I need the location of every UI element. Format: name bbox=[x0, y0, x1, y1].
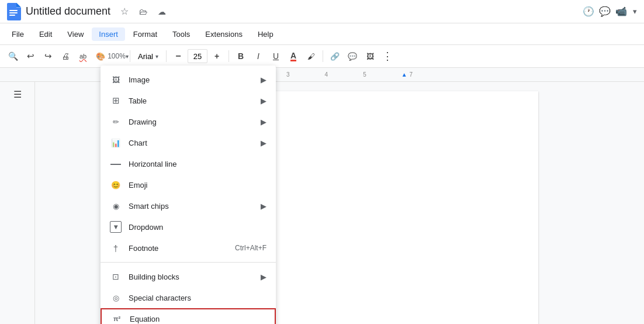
menu-insert[interactable]: Insert bbox=[92, 27, 125, 41]
video-icon: 📹 bbox=[615, 6, 627, 17]
building-blocks-menu-label: Building blocks bbox=[129, 273, 261, 281]
zoom-chevron-icon: ▾ bbox=[126, 53, 129, 60]
print-icon: 🖨 bbox=[61, 51, 70, 61]
smart-chips-arrow-icon: ▶ bbox=[261, 202, 266, 211]
emoji-menu-label: Emoji bbox=[129, 181, 266, 189]
underline-button[interactable]: U bbox=[268, 48, 284, 64]
menu-tools[interactable]: Tools bbox=[165, 27, 197, 41]
more-options-button[interactable]: ⋮ bbox=[379, 48, 396, 64]
print-button[interactable]: 🖨 bbox=[57, 48, 74, 64]
document-title[interactable]: Untitled document bbox=[26, 5, 110, 18]
highlight-button[interactable]: 🖌 bbox=[303, 48, 319, 64]
menu-help[interactable]: Help bbox=[251, 27, 281, 41]
cloud-button[interactable]: ☁ bbox=[155, 5, 169, 19]
insert-building-blocks-item[interactable]: Building blocks ▶ bbox=[101, 266, 276, 287]
bold-icon: B bbox=[238, 51, 244, 61]
insert-table-item[interactable]: Table ▶ bbox=[101, 90, 276, 111]
menu-format[interactable]: Format bbox=[126, 27, 164, 41]
sidebar: ☰ bbox=[0, 82, 35, 324]
spellcheck-button[interactable]: ab bbox=[75, 48, 91, 64]
special-chars-menu-icon bbox=[110, 292, 122, 304]
main-area: ☰ bbox=[0, 82, 644, 324]
insert-emoji-item[interactable]: Emoji bbox=[101, 174, 276, 195]
insert-footnote-item[interactable]: Footnote Ctrl+Alt+F bbox=[101, 237, 276, 258]
insert-horizontal-line-item[interactable]: — Horizontal line bbox=[101, 153, 276, 174]
font-size-decrease-button[interactable]: − bbox=[170, 48, 186, 64]
comment-toolbar-button[interactable]: 💬 bbox=[344, 48, 361, 64]
insert-dropdown-item[interactable]: ▾ Dropdown bbox=[101, 216, 276, 237]
chart-menu-label: Chart bbox=[129, 139, 261, 147]
ruler: 3 4 5 ▲ 7 bbox=[0, 68, 644, 82]
search-toolbar-button[interactable]: 🔍 bbox=[5, 48, 21, 64]
app-logo bbox=[7, 3, 21, 20]
ruler-content: 3 4 5 ▲ 7 bbox=[286, 71, 448, 78]
menu-file[interactable]: File bbox=[5, 27, 31, 41]
menu-bar: File Edit View Insert Format Tools Exten… bbox=[0, 23, 644, 44]
folder-button[interactable]: 🗁 bbox=[136, 5, 150, 19]
table-menu-icon bbox=[110, 95, 122, 106]
font-family-selector[interactable]: Arial ▾ bbox=[134, 50, 162, 63]
more-icon: ⋮ bbox=[382, 50, 393, 63]
drawing-menu-label: Drawing bbox=[129, 118, 261, 126]
highlight-icon: 🖌 bbox=[307, 52, 315, 61]
insert-special-chars-item[interactable]: Special characters bbox=[101, 287, 276, 308]
dropdown-menu-icon: ▾ bbox=[110, 221, 122, 233]
drawing-arrow-icon: ▶ bbox=[261, 118, 266, 126]
font-size-increase-button[interactable]: + bbox=[209, 48, 225, 64]
image-arrow-icon: ▶ bbox=[261, 75, 266, 84]
image-menu-icon bbox=[110, 74, 122, 85]
font-family-label: Arial bbox=[138, 52, 153, 61]
smart-chips-menu-label: Smart chips bbox=[129, 202, 261, 211]
bold-button[interactable]: B bbox=[233, 48, 249, 64]
star-button[interactable]: ☆ bbox=[117, 5, 131, 19]
table-arrow-icon: ▶ bbox=[261, 96, 266, 105]
font-size-input[interactable]: 25 bbox=[188, 49, 207, 63]
plus-icon: + bbox=[214, 51, 219, 61]
italic-icon: I bbox=[257, 51, 259, 61]
link-button[interactable]: 🔗 bbox=[327, 48, 343, 64]
redo-icon: ↪ bbox=[44, 51, 52, 61]
ruler-indicator: ▲ bbox=[401, 71, 407, 78]
font-family-chevron-icon: ▾ bbox=[155, 53, 158, 60]
text-color-button[interactable]: A bbox=[285, 48, 302, 64]
history-button[interactable]: 🕐 bbox=[581, 5, 595, 19]
toolbar-divider-1 bbox=[130, 50, 130, 62]
undo-button[interactable]: ↩ bbox=[22, 48, 39, 64]
insert-image-button[interactable]: 🖼 bbox=[362, 48, 378, 64]
title-actions: ☆ 🗁 ☁ bbox=[117, 5, 169, 19]
redo-button[interactable]: ↪ bbox=[40, 48, 56, 64]
toolbar-divider-4 bbox=[323, 50, 323, 62]
comment-icon: 💬 bbox=[599, 6, 611, 17]
title-bar: Untitled document ☆ 🗁 ☁ 🕐 💬 📹 ▾ bbox=[0, 0, 644, 23]
toolbar: 🔍 ↩ ↪ 🖨 ab 🎨 100% ▾ Arial ▾ − 25 + B I bbox=[0, 44, 644, 68]
folder-icon: 🗁 bbox=[139, 7, 147, 16]
menu-view[interactable]: View bbox=[60, 27, 91, 41]
insert-smart-chips-item[interactable]: Smart chips ▶ bbox=[101, 195, 276, 216]
italic-button[interactable]: I bbox=[250, 48, 266, 64]
special-chars-menu-label: Special characters bbox=[129, 294, 266, 302]
insert-chart-item[interactable]: Chart ▶ bbox=[101, 132, 276, 153]
menu-edit[interactable]: Edit bbox=[32, 27, 59, 41]
undo-icon: ↩ bbox=[27, 51, 34, 61]
dropdown-menu-label: Dropdown bbox=[129, 223, 266, 232]
video-button[interactable]: 📹 bbox=[614, 5, 628, 19]
insert-image-item[interactable]: Image ▶ bbox=[101, 69, 276, 90]
comment-tb-icon: 💬 bbox=[348, 52, 357, 61]
search-icon: 🔍 bbox=[8, 51, 18, 61]
menu-extensions[interactable]: Extensions bbox=[198, 27, 250, 41]
history-icon: 🕐 bbox=[583, 6, 594, 17]
ruler-mark-3: 3 bbox=[286, 71, 290, 78]
font-size-control: − 25 + bbox=[170, 48, 225, 64]
insert-equation-item[interactable]: π² Equation bbox=[101, 308, 276, 324]
ruler-mark-4: 4 bbox=[325, 71, 328, 78]
comment-button[interactable]: 💬 bbox=[598, 5, 612, 19]
insert-drawing-item[interactable]: Drawing ▶ bbox=[101, 111, 276, 132]
insert-dropdown-menu: Image ▶ Table ▶ Drawing ▶ Chart ▶ — Hori… bbox=[101, 66, 276, 324]
horizontal-line-menu-label: Horizontal line bbox=[129, 160, 266, 168]
paint-format-button[interactable]: 🎨 bbox=[92, 48, 109, 64]
text-color-icon: A bbox=[290, 51, 296, 61]
zoom-button[interactable]: 100% ▾ bbox=[110, 48, 126, 64]
list-view-button[interactable]: ☰ bbox=[13, 89, 22, 100]
underline-icon: U bbox=[273, 51, 279, 61]
equation-menu-icon: π² bbox=[111, 313, 123, 324]
